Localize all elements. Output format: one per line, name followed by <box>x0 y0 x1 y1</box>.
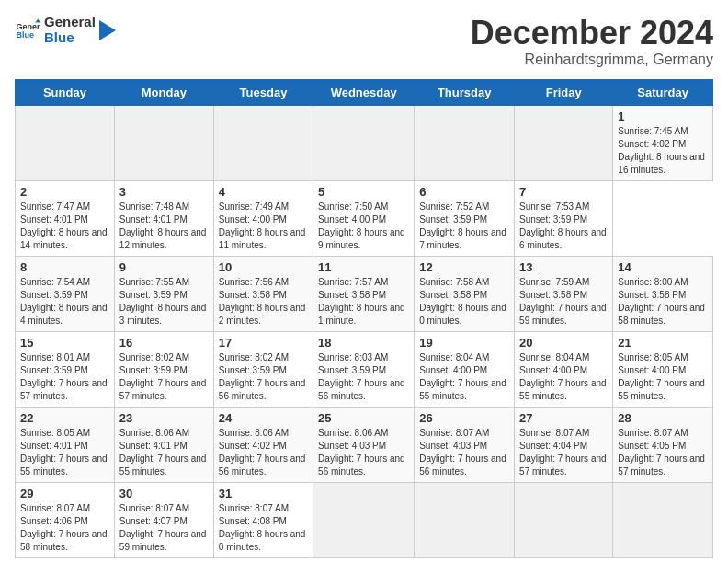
day-info: Sunrise: 7:57 AMSunset: 3:58 PMDaylight:… <box>318 276 409 327</box>
day-info: Sunrise: 8:07 AMSunset: 4:06 PMDaylight:… <box>20 502 109 554</box>
day-number: 5 <box>318 185 409 199</box>
day-cell-23: 23Sunrise: 8:06 AMSunset: 4:01 PMDayligh… <box>114 407 213 482</box>
empty-cell <box>515 482 613 557</box>
day-cell-24: 24Sunrise: 8:06 AMSunset: 4:02 PMDayligh… <box>213 407 313 482</box>
empty-cell <box>313 482 415 557</box>
day-info: Sunrise: 8:02 AMSunset: 3:59 PMDaylight:… <box>219 351 308 403</box>
day-info: Sunrise: 8:07 AMSunset: 4:07 PMDaylight:… <box>119 502 209 554</box>
title-block: December 2024 Reinhardtsgrimma, Germany <box>471 15 713 68</box>
week-row-4: 22Sunrise: 8:05 AMSunset: 4:01 PMDayligh… <box>16 407 713 482</box>
day-cell-2: 2Sunrise: 7:47 AMSunset: 4:01 PMDaylight… <box>16 180 115 256</box>
empty-cell <box>313 105 415 180</box>
day-cell-16: 16Sunrise: 8:02 AMSunset: 3:59 PMDayligh… <box>114 331 213 407</box>
day-number: 12 <box>419 260 509 274</box>
day-number: 15 <box>20 336 109 350</box>
day-info: Sunrise: 7:48 AMSunset: 4:01 PMDaylight:… <box>119 201 209 252</box>
day-cell-27: 27Sunrise: 8:07 AMSunset: 4:04 PMDayligh… <box>515 407 613 482</box>
day-number: 13 <box>519 260 608 274</box>
logo-general: General <box>44 14 96 29</box>
day-number: 8 <box>20 260 109 274</box>
day-info: Sunrise: 7:49 AMSunset: 4:00 PMDaylight:… <box>219 201 308 252</box>
day-number: 2 <box>20 185 109 199</box>
week-row-5: 29Sunrise: 8:07 AMSunset: 4:06 PMDayligh… <box>16 482 713 557</box>
day-info: Sunrise: 8:03 AMSunset: 3:59 PMDaylight:… <box>318 351 409 403</box>
logo-icon: General Blue <box>15 17 40 43</box>
day-info: Sunrise: 7:54 AMSunset: 3:59 PMDaylight:… <box>20 276 109 327</box>
week-row-2: 8Sunrise: 7:54 AMSunset: 3:59 PMDaylight… <box>16 256 713 331</box>
day-info: Sunrise: 8:06 AMSunset: 4:03 PMDaylight:… <box>318 427 409 478</box>
day-number: 23 <box>119 411 209 425</box>
day-cell-18: 18Sunrise: 8:03 AMSunset: 3:59 PMDayligh… <box>313 331 415 407</box>
month-title: December 2024 <box>471 15 713 52</box>
day-cell-6: 6Sunrise: 7:52 AMSunset: 3:59 PMDaylight… <box>415 180 515 256</box>
day-cell-31: 31Sunrise: 8:07 AMSunset: 4:08 PMDayligh… <box>213 482 313 557</box>
header-tuesday: Tuesday <box>213 79 313 105</box>
day-info: Sunrise: 8:04 AMSunset: 4:00 PMDaylight:… <box>419 351 509 403</box>
day-info: Sunrise: 8:05 AMSunset: 4:00 PMDaylight:… <box>618 351 708 403</box>
empty-cell <box>213 105 313 180</box>
day-number: 14 <box>618 260 708 274</box>
day-info: Sunrise: 8:01 AMSunset: 3:59 PMDaylight:… <box>20 351 109 403</box>
day-cell-3: 3Sunrise: 7:48 AMSunset: 4:01 PMDaylight… <box>114 180 213 256</box>
day-cell-17: 17Sunrise: 8:02 AMSunset: 3:59 PMDayligh… <box>213 331 313 407</box>
week-row-1: 2Sunrise: 7:47 AMSunset: 4:01 PMDaylight… <box>16 180 713 256</box>
day-cell-13: 13Sunrise: 7:59 AMSunset: 3:58 PMDayligh… <box>515 256 613 331</box>
day-number: 24 <box>219 411 308 425</box>
day-cell-28: 28Sunrise: 8:07 AMSunset: 4:05 PMDayligh… <box>613 407 713 482</box>
day-number: 21 <box>618 336 708 350</box>
empty-cell <box>613 482 713 557</box>
svg-text:General: General <box>16 21 40 30</box>
svg-marker-3 <box>99 20 116 40</box>
day-number: 31 <box>219 487 308 500</box>
day-number: 22 <box>20 411 109 425</box>
day-number: 11 <box>318 260 409 274</box>
day-cell-19: 19Sunrise: 8:04 AMSunset: 4:00 PMDayligh… <box>415 331 515 407</box>
day-number: 19 <box>419 336 509 350</box>
day-number: 10 <box>219 260 308 274</box>
day-number: 26 <box>419 411 509 425</box>
day-info: Sunrise: 7:47 AMSunset: 4:01 PMDaylight:… <box>20 201 109 252</box>
day-cell-15: 15Sunrise: 8:01 AMSunset: 3:59 PMDayligh… <box>16 331 115 407</box>
empty-cell <box>114 105 213 180</box>
day-number: 1 <box>618 109 708 123</box>
day-cell-22: 22Sunrise: 8:05 AMSunset: 4:01 PMDayligh… <box>16 407 115 482</box>
day-cell-26: 26Sunrise: 8:07 AMSunset: 4:03 PMDayligh… <box>415 407 515 482</box>
week-row-0: 1Sunrise: 7:45 AMSunset: 4:02 PMDaylight… <box>16 105 713 180</box>
day-number: 3 <box>119 185 209 199</box>
day-cell-9: 9Sunrise: 7:55 AMSunset: 3:59 PMDaylight… <box>114 256 213 331</box>
day-cell-7: 7Sunrise: 7:53 AMSunset: 3:59 PMDaylight… <box>515 180 613 256</box>
day-cell-12: 12Sunrise: 7:58 AMSunset: 3:58 PMDayligh… <box>415 256 515 331</box>
day-cell-11: 11Sunrise: 7:57 AMSunset: 3:58 PMDayligh… <box>313 256 415 331</box>
logo-arrow-icon <box>99 20 116 40</box>
logo-blue: Blue <box>44 29 74 45</box>
logo: General Blue General Blue <box>15 15 116 45</box>
day-info: Sunrise: 7:59 AMSunset: 3:58 PMDaylight:… <box>519 276 608 327</box>
header-row: SundayMondayTuesdayWednesdayThursdayFrid… <box>16 79 713 105</box>
day-number: 28 <box>618 411 708 425</box>
day-number: 4 <box>219 185 308 199</box>
day-number: 7 <box>519 185 608 199</box>
day-cell-25: 25Sunrise: 8:06 AMSunset: 4:03 PMDayligh… <box>313 407 415 482</box>
day-cell-8: 8Sunrise: 7:54 AMSunset: 3:59 PMDaylight… <box>16 256 115 331</box>
day-info: Sunrise: 8:06 AMSunset: 4:02 PMDaylight:… <box>219 427 308 478</box>
header-monday: Monday <box>114 79 213 105</box>
day-info: Sunrise: 7:45 AMSunset: 4:02 PMDaylight:… <box>618 125 708 177</box>
day-cell-14: 14Sunrise: 8:00 AMSunset: 3:58 PMDayligh… <box>613 256 713 331</box>
day-info: Sunrise: 7:50 AMSunset: 4:00 PMDaylight:… <box>318 201 409 252</box>
svg-text:Blue: Blue <box>16 30 34 40</box>
day-cell-4: 4Sunrise: 7:49 AMSunset: 4:00 PMDaylight… <box>213 180 313 256</box>
day-info: Sunrise: 8:06 AMSunset: 4:01 PMDaylight:… <box>119 427 209 478</box>
day-cell-21: 21Sunrise: 8:05 AMSunset: 4:00 PMDayligh… <box>613 331 713 407</box>
day-number: 6 <box>419 185 509 199</box>
day-number: 30 <box>119 487 209 500</box>
day-info: Sunrise: 8:07 AMSunset: 4:05 PMDaylight:… <box>618 427 708 478</box>
day-number: 29 <box>20 487 109 500</box>
header-thursday: Thursday <box>415 79 515 105</box>
day-info: Sunrise: 8:07 AMSunset: 4:04 PMDaylight:… <box>519 427 608 478</box>
day-number: 17 <box>219 336 308 350</box>
day-number: 27 <box>519 411 608 425</box>
day-info: Sunrise: 8:07 AMSunset: 4:03 PMDaylight:… <box>419 427 509 478</box>
empty-cell <box>515 105 613 180</box>
calendar-table: SundayMondayTuesdayWednesdayThursdayFrid… <box>15 79 713 558</box>
empty-cell <box>415 105 515 180</box>
